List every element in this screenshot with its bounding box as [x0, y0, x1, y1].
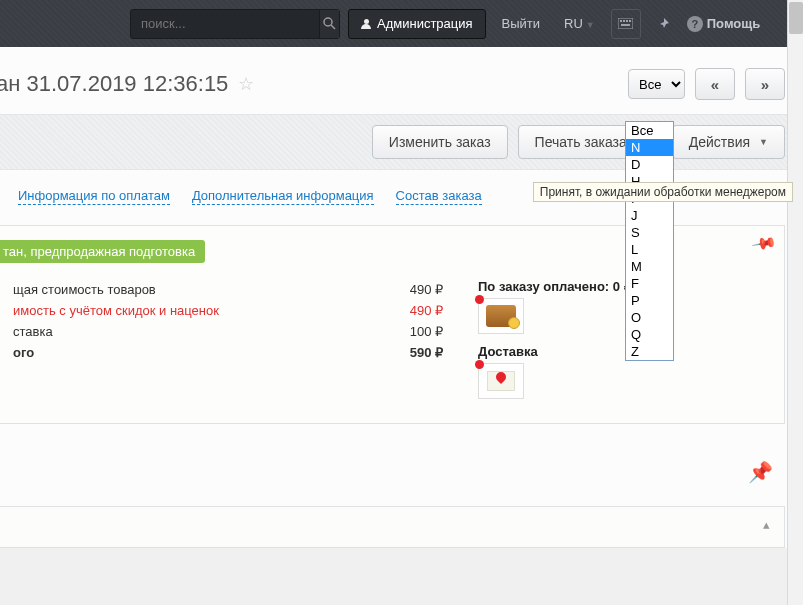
filter-option[interactable]: J	[626, 207, 673, 224]
svg-rect-5	[626, 20, 628, 22]
user-icon	[361, 19, 371, 29]
filter-option[interactable]: S	[626, 224, 673, 241]
svg-rect-4	[623, 20, 625, 22]
status-badge: тан, предпродажная подготовка	[0, 240, 205, 263]
logout-link[interactable]: Выйти	[494, 16, 549, 31]
next-button[interactable]: »	[745, 68, 785, 100]
chevron-down-icon: ▼	[759, 137, 768, 147]
search-box	[130, 9, 340, 39]
filter-option[interactable]: M	[626, 258, 673, 275]
scrollbar[interactable]	[787, 0, 803, 605]
help-link[interactable]: ? Помощь	[687, 16, 760, 32]
paid-heading: По заказу оплачено: 0 ₽	[478, 279, 632, 294]
svg-point-0	[324, 18, 332, 26]
page-title: ан 31.07.2019 12:36:15	[0, 71, 228, 97]
svg-rect-7	[621, 24, 630, 26]
filter-option[interactable]: D	[626, 156, 673, 173]
filter-dropdown: ВсеNDHIJSLMFPOQZ	[625, 121, 674, 361]
scrollbar-thumb[interactable]	[789, 2, 803, 34]
search-icon[interactable]	[319, 10, 339, 38]
admin-button[interactable]: Администрация	[348, 9, 486, 39]
cost-table: щая стоимость товаров490 ₽ имость с учёт…	[13, 279, 443, 409]
edit-order-button[interactable]: Изменить заказ	[372, 125, 508, 159]
search-input[interactable]	[131, 16, 319, 31]
svg-line-1	[331, 25, 335, 29]
alert-dot-icon	[475, 360, 484, 369]
lang-selector[interactable]: RU▼	[556, 16, 603, 31]
page: ан 31.07.2019 12:36:15 ☆ Все « » Изменит…	[0, 47, 803, 548]
question-icon: ?	[687, 16, 703, 32]
tab-additional[interactable]: Дополнительная информация	[192, 188, 374, 205]
prev-button[interactable]: «	[695, 68, 735, 100]
alert-dot-icon	[475, 295, 484, 304]
header-row: ан 31.07.2019 12:36:15 ☆ Все « »	[0, 48, 803, 114]
filter-option[interactable]: F	[626, 275, 673, 292]
cost-row-total: ого590 ₽	[13, 342, 443, 363]
top-bar: Администрация Выйти RU▼ ? Помощь	[0, 0, 803, 47]
filter-option[interactable]: L	[626, 241, 673, 258]
admin-label: Администрация	[377, 16, 473, 31]
help-label: Помощь	[707, 16, 760, 31]
filter-option[interactable]: Все	[626, 122, 673, 139]
pin-icon[interactable]: 📌	[750, 230, 777, 257]
cost-row: щая стоимость товаров490 ₽	[13, 279, 443, 300]
payment-tile[interactable]	[478, 298, 524, 334]
filter-option[interactable]: Q	[626, 326, 673, 343]
tab-payments[interactable]: Информация по оплатам	[18, 188, 170, 205]
filter-select[interactable]: Все	[628, 69, 685, 99]
delivery-heading: Доставка	[478, 344, 632, 359]
pin-icon[interactable]	[649, 9, 679, 39]
keyboard-icon[interactable]	[611, 9, 641, 39]
filter-option[interactable]: N	[626, 139, 673, 156]
wallet-icon	[486, 305, 516, 327]
action-bar: Изменить заказ Печать заказа▼ Действия▼	[0, 114, 803, 170]
pin-icon[interactable]: 📌	[748, 460, 773, 484]
svg-rect-3	[620, 20, 622, 22]
filter-option[interactable]: P	[626, 292, 673, 309]
chevron-up-icon[interactable]: ▴	[763, 517, 770, 532]
filter-option[interactable]: Z	[626, 343, 673, 360]
favorite-star-icon[interactable]: ☆	[238, 73, 254, 95]
side-column: По заказу оплачено: 0 ₽ Доставка	[478, 279, 632, 409]
svg-rect-2	[618, 18, 633, 29]
filter-option[interactable]: O	[626, 309, 673, 326]
cost-row: ставка100 ₽	[13, 321, 443, 342]
map-pin-icon	[487, 371, 515, 391]
cost-row: имость с учётом скидок и наценок490 ₽	[13, 300, 443, 321]
chevron-down-icon: ▼	[586, 20, 595, 30]
status-tooltip: Принят, в ожидании обработки менеджером	[533, 182, 793, 202]
collapsed-panel: ▴	[0, 506, 785, 548]
tab-contents[interactable]: Состав заказа	[396, 188, 482, 205]
delivery-tile[interactable]	[478, 363, 524, 399]
svg-rect-6	[629, 20, 631, 22]
actions-button[interactable]: Действия▼	[672, 125, 785, 159]
